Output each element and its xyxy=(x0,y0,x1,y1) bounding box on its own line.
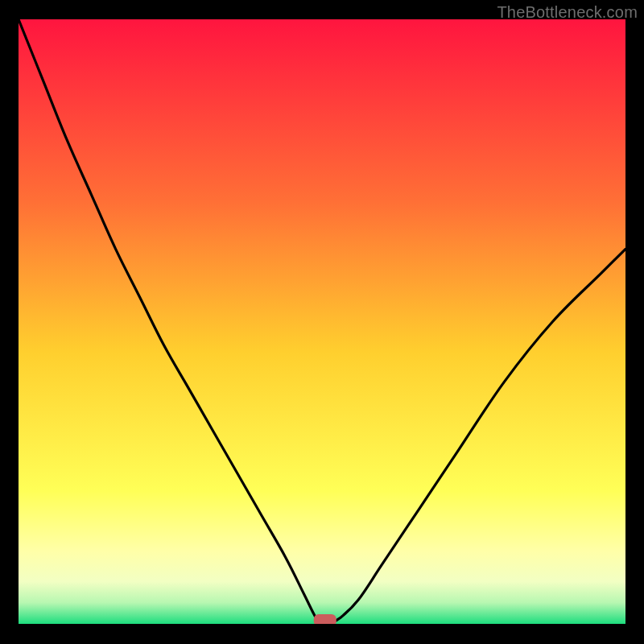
chart-frame: TheBottleneck.com xyxy=(0,0,644,644)
watermark-text: TheBottleneck.com xyxy=(497,3,638,22)
optimal-marker xyxy=(314,614,336,624)
plot-area xyxy=(19,19,625,624)
chart-svg xyxy=(19,19,625,624)
gradient-background xyxy=(19,19,625,624)
